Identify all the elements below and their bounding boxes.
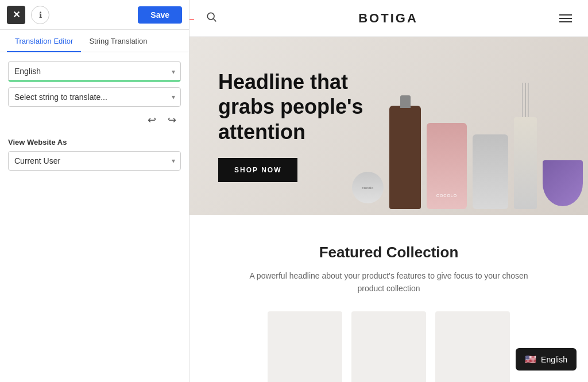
- search-icon[interactable]: [206, 11, 217, 25]
- view-website-section: View Website As Current User Admin Guest…: [8, 138, 181, 171]
- panel-content: English French Spanish German ▾ Select s…: [0, 52, 189, 382]
- red-arrow-indicator: ←: [189, 11, 196, 25]
- view-website-label: View Website As: [8, 138, 181, 146]
- flag-icon: 🇺🇸: [525, 354, 536, 365]
- close-icon: ✕: [13, 9, 20, 20]
- site-header: ← BOTIGA: [189, 0, 588, 37]
- language-badge[interactable]: 🇺🇸 English: [516, 348, 577, 371]
- left-panel: ✕ ℹ Save Translation Editor String Trans…: [0, 0, 189, 382]
- featured-description: A powerful headline about your product's…: [239, 269, 538, 295]
- toolbar: ✕ ℹ Save: [0, 0, 189, 30]
- tabs: Translation Editor String Translation: [0, 30, 189, 52]
- shop-now-button[interactable]: SHOP NOW: [218, 158, 297, 182]
- language-select[interactable]: English French Spanish German: [8, 61, 181, 82]
- product-jar-silver: [473, 134, 508, 209]
- redo-button[interactable]: ↪: [165, 113, 179, 128]
- product-card: [268, 311, 342, 382]
- tab-translation-editor[interactable]: Translation Editor: [7, 30, 81, 52]
- language-badge-label: English: [541, 355, 567, 364]
- hero-headline: Headline that grabs people's attention: [218, 70, 373, 144]
- product-card: [351, 311, 426, 382]
- hero-text: Headline that grabs people's attention S…: [189, 47, 402, 205]
- string-select-wrapper: Select string to translate... ▾: [8, 87, 181, 107]
- close-button[interactable]: ✕: [7, 6, 25, 24]
- featured-title: Featured Collection: [212, 244, 565, 261]
- undo-button[interactable]: ↩: [145, 113, 158, 128]
- tab-string-translation[interactable]: String Translation: [81, 30, 155, 52]
- hamburger-icon[interactable]: [559, 14, 572, 22]
- site-logo: BOTIGA: [217, 11, 559, 26]
- arrow-row: ↩ ↪: [10, 113, 179, 128]
- info-button[interactable]: ℹ: [31, 6, 49, 24]
- info-icon: ℹ: [39, 10, 42, 20]
- hero-section: Headline that grabs people's attention S…: [189, 37, 588, 215]
- product-card: [435, 311, 510, 382]
- right-panel: ← BOTIGA Headline that grabs people's at…: [189, 0, 588, 382]
- svg-point-0: [207, 13, 214, 20]
- lavender-bunch: [543, 160, 583, 206]
- product-jar-pink: [427, 123, 467, 209]
- save-button[interactable]: Save: [138, 6, 182, 24]
- product-diffuser: [514, 117, 537, 209]
- language-select-wrapper: English French Spanish German ▾: [8, 61, 181, 82]
- svg-line-1: [214, 19, 216, 22]
- product-grid: [212, 311, 565, 382]
- string-select[interactable]: Select string to translate...: [8, 87, 181, 107]
- view-as-select-wrapper: Current User Admin Guest ▾: [8, 151, 181, 171]
- view-as-select[interactable]: Current User Admin Guest: [8, 151, 181, 171]
